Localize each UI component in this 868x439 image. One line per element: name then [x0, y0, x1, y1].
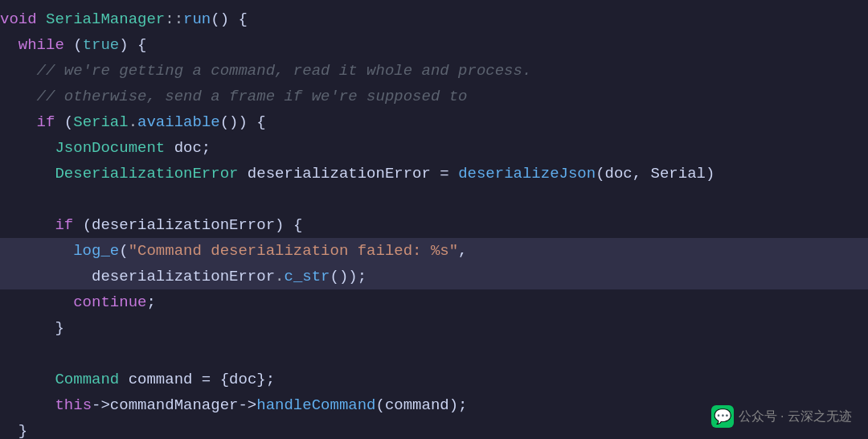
- indent: [0, 162, 55, 186]
- indent: [0, 136, 55, 160]
- token: ::: [165, 7, 183, 31]
- indent: [0, 33, 18, 57]
- token: SerialManager: [46, 7, 165, 31]
- watermark-text: 公众号 · 云深之无迹: [739, 408, 852, 425]
- code-line: continue;: [0, 289, 868, 315]
- code-lines: void SerialManager::run() { while (true)…: [0, 6, 868, 439]
- code-line: DeserializationError deserializationErro…: [0, 161, 868, 187]
- token: if: [37, 110, 55, 134]
- token: (: [119, 239, 128, 263]
- code-line: Command command = {doc};: [0, 367, 868, 392]
- code-line: // we're getting a command, read it whol…: [0, 58, 868, 84]
- token: .: [275, 265, 284, 289]
- token: }: [18, 419, 27, 439]
- token: true: [83, 33, 120, 57]
- token: deserializeJson: [458, 162, 596, 186]
- token: Command: [55, 367, 119, 392]
- token: this: [55, 393, 92, 417]
- token: if: [55, 213, 73, 237]
- token: available: [137, 110, 220, 134]
- code-line: [0, 341, 868, 367]
- indent: [0, 213, 55, 237]
- indent: [0, 110, 37, 134]
- indent: [0, 393, 55, 417]
- token: (command);: [376, 393, 468, 417]
- token: ;: [146, 290, 155, 314]
- token: log_e: [73, 239, 119, 263]
- code-line: log_e("Command deserialization failed: %…: [0, 238, 868, 264]
- token: ()) {: [220, 110, 266, 134]
- token: Serial: [73, 110, 128, 134]
- token: handleCommand: [256, 393, 375, 417]
- indent: [0, 84, 37, 109]
- code-line: void SerialManager::run() {: [0, 6, 868, 32]
- code-line: deserializationError.c_str());: [0, 264, 868, 289]
- token: run: [183, 7, 211, 31]
- token: while: [18, 33, 64, 57]
- token: DeserializationError: [55, 162, 238, 186]
- code-line: if (deserializationError) {: [0, 212, 868, 238]
- indent: [0, 59, 37, 83]
- watermark: 💬 公众号 · 云深之无迹: [711, 405, 852, 428]
- code-line: [0, 187, 868, 212]
- token: (doc, Serial): [596, 162, 714, 186]
- token: () {: [211, 7, 248, 31]
- code-line: }: [0, 315, 868, 341]
- token: }: [55, 316, 63, 340]
- token: .: [129, 110, 137, 134]
- wechat-icon: 💬: [711, 405, 734, 428]
- token: deserializationError: [92, 265, 275, 289]
- token: JsonDocument: [55, 136, 165, 160]
- token: "Command deserialization failed: %s": [129, 239, 458, 263]
- token: void: [0, 7, 46, 31]
- indent: [0, 290, 73, 314]
- token: c_str: [284, 265, 330, 289]
- token: continue: [73, 290, 146, 314]
- token: (: [55, 110, 73, 134]
- code-line: if (Serial.available()) {: [0, 109, 868, 135]
- token: ());: [330, 265, 367, 289]
- token: doc;: [165, 136, 211, 160]
- token: // otherwise, send a frame if we're supp…: [37, 84, 468, 109]
- indent: [0, 367, 55, 392]
- token: command = {doc};: [119, 367, 275, 392]
- token: (: [64, 33, 83, 57]
- token: ) {: [119, 33, 146, 57]
- indent: [0, 316, 55, 340]
- code-line: // otherwise, send a frame if we're supp…: [0, 84, 868, 109]
- token: deserializationError =: [238, 162, 458, 186]
- token: ,: [458, 239, 467, 263]
- token: // we're getting a command, read it whol…: [37, 59, 532, 83]
- indent: [0, 265, 92, 289]
- code-line: JsonDocument doc;: [0, 135, 868, 161]
- token: (deserializationError) {: [73, 213, 302, 237]
- indent: [0, 239, 73, 263]
- code-editor: void SerialManager::run() { while (true)…: [0, 0, 868, 439]
- code-line: while (true) {: [0, 32, 868, 58]
- token: ->commandManager->: [92, 393, 256, 417]
- indent: [0, 419, 18, 439]
